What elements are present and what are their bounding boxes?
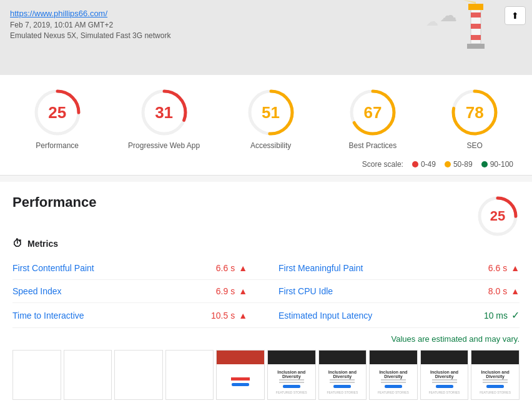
metric-value-tti: 10.5 s ▲ (211, 311, 247, 321)
scores-section: 25 Performance 31 Progressive Web App (0, 75, 532, 176)
metric-val-text-fmp: 6.6 s (488, 263, 507, 273)
metric-value-eil: 10 ms ✓ (484, 309, 520, 321)
metric-first-contentful-paint: First Contentful Paint 6.6 s ▲ (12, 257, 266, 280)
score-label-accessibility: Accessibility (250, 141, 291, 150)
share-button[interactable]: ⬆ (505, 6, 526, 25)
score-value-pwa: 31 (155, 103, 173, 122)
metric-val-text-si: 6.9 s (216, 286, 235, 296)
scale-item-red: 0-49 (412, 160, 436, 169)
metric-input-latency: Estimated Input Latency 10 ms ✓ (266, 303, 520, 328)
check-icon-eil: ✓ (511, 309, 520, 321)
svg-rect-1 (471, 12, 481, 17)
warn-icon-si: ▲ (239, 286, 247, 296)
metric-value-fmp: 6.6 s ▲ (488, 263, 520, 273)
metric-val-text-eil: 10 ms (484, 311, 508, 321)
score-label-seo: SEO (467, 141, 483, 150)
performance-badge-value: 25 (490, 208, 505, 224)
film-frame-0 (12, 350, 61, 400)
cloud-icon: ☁ (440, 5, 457, 26)
metric-speed-index: Speed Index 6.9 s ▲ (12, 280, 266, 303)
metrics-header-label: Metrics (27, 239, 58, 249)
performance-section: Performance 25 ⏱ Metrics First Contentfu… (0, 182, 532, 408)
score-seo[interactable]: 78 SEO (443, 87, 506, 150)
metric-name-fmp[interactable]: First Meaningful Paint (278, 263, 363, 273)
metric-value-fci: 8.0 s ▲ (488, 286, 520, 296)
svg-rect-2 (471, 24, 481, 29)
score-label-pwa: Progressive Web App (128, 141, 200, 150)
warn-icon-fci: ▲ (511, 286, 520, 296)
score-scale: Score scale: 0-49 50-89 90-100 (6, 160, 526, 169)
metric-first-meaningful-paint: First Meaningful Paint 6.6 s ▲ (266, 257, 520, 280)
section-title: Performance (12, 194, 97, 211)
score-value-best-practices: 67 (363, 103, 382, 122)
film-frame-1 (64, 350, 112, 400)
header: https://www.phillips66.com/ Feb 7, 2019,… (0, 0, 532, 75)
scale-item-orange: 50-89 (445, 160, 473, 169)
svg-rect-4 (468, 4, 483, 10)
timer-icon: ⏱ (12, 238, 22, 249)
lighthouse-icon (457, 0, 495, 69)
film-frame-7: Inclusion and Diversity FEATURED STORIES (369, 350, 418, 400)
warn-icon-tti: ▲ (239, 311, 247, 321)
svg-rect-3 (471, 35, 481, 40)
site-url[interactable]: https://www.phillips66.com/ (10, 9, 107, 18)
cloud2-icon: ☁ (426, 14, 438, 29)
scale-range-green: 90-100 (490, 160, 513, 169)
metric-value-si: 6.9 s ▲ (216, 286, 247, 296)
metric-name-fci[interactable]: First CPU Idle (278, 286, 333, 296)
svg-rect-5 (467, 44, 485, 49)
score-label-performance: Performance (36, 141, 79, 150)
metric-name-eil[interactable]: Estimated Input Latency (278, 311, 372, 321)
scale-item-green: 90-100 (481, 160, 513, 169)
score-value-seo: 78 (466, 103, 484, 122)
metrics-header: ⏱ Metrics (12, 238, 520, 249)
metric-val-text-tti: 10.5 s (211, 311, 235, 321)
film-frame-3 (165, 350, 214, 400)
svg-marker-6 (463, 0, 476, 4)
score-scale-label: Score scale: (362, 160, 403, 169)
performance-score-badge: 25 (476, 194, 520, 238)
score-label-best-practices: Best Practices (349, 141, 397, 150)
scale-range-red: 0-49 (421, 160, 436, 169)
metric-name-si[interactable]: Speed Index (12, 286, 62, 296)
performance-header-row: Performance 25 (12, 194, 520, 238)
metric-name-tti[interactable]: Time to Interactive (12, 311, 84, 321)
metric-first-cpu-idle: First CPU Idle 8.0 s ▲ (266, 280, 520, 303)
film-frame-8: Inclusion and Diversity FEATURED STORIES (420, 350, 469, 400)
metric-value-fcp: 6.6 s ▲ (216, 263, 247, 273)
scores-row: 25 Performance 31 Progressive Web App (6, 87, 526, 150)
metric-val-text-fcp: 6.6 s (216, 263, 235, 273)
film-frame-6: Inclusion and Diversity FEATURED STORIES (318, 350, 367, 400)
film-frame-4 (216, 350, 265, 400)
filmstrip: Inclusion and Diversity FEATURED STORIES… (12, 350, 520, 400)
score-value-accessibility: 51 (262, 103, 280, 122)
scale-dot-red (412, 161, 418, 167)
warn-icon-fcp: ▲ (239, 263, 247, 273)
metric-name-fcp[interactable]: First Contentful Paint (12, 263, 94, 273)
meta-line2: Emulated Nexus 5X, Simulated Fast 3G net… (10, 31, 522, 40)
score-value-performance: 25 (48, 103, 66, 122)
metrics-grid: First Contentful Paint 6.6 s ▲ First Mea… (12, 257, 520, 328)
metric-val-text-fci: 8.0 s (488, 286, 507, 296)
score-accessibility[interactable]: 51 Accessibility (240, 87, 302, 150)
score-pwa[interactable]: 31 Progressive Web App (128, 87, 200, 150)
metric-tti: Time to Interactive 10.5 s ▲ (12, 303, 266, 328)
scale-range-orange: 50-89 (453, 160, 473, 169)
film-frame-9: Inclusion and Diversity FEATURED STORIES (471, 350, 520, 400)
film-frame-5: Inclusion and Diversity FEATURED STORIES (267, 350, 316, 400)
score-best-practices[interactable]: 67 Best Practices (342, 87, 404, 150)
estimated-note: Values are estimated and may vary. (12, 334, 520, 344)
film-frame-2 (114, 350, 163, 400)
score-performance[interactable]: 25 Performance (26, 87, 89, 150)
warn-icon-fmp: ▲ (511, 263, 520, 273)
scale-dot-green (481, 161, 488, 167)
scale-dot-orange (445, 161, 451, 167)
